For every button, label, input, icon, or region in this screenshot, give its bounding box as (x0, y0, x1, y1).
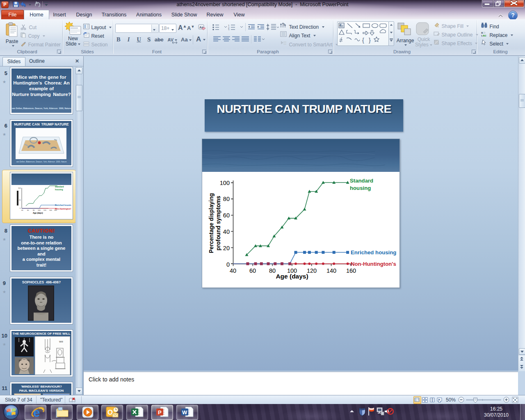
svg-text:140: 140 (49, 209, 52, 211)
svg-text:100: 100 (18, 187, 21, 189)
svg-text:Non-Huntington's: Non-Huntington's (55, 208, 71, 210)
svg-text:0: 0 (20, 207, 21, 209)
svg-text:3: 3 (228, 29, 230, 30)
svg-text:40: 40 (230, 267, 236, 274)
svg-text:60: 60 (249, 267, 256, 274)
svg-text:20: 20 (223, 245, 230, 251)
svg-text:Non-Huntington's: Non-Huntington's (351, 261, 396, 267)
svg-text:100: 100 (38, 209, 41, 211)
svg-text:Standard: Standard (350, 178, 373, 184)
svg-text:Percentage displaying: Percentage displaying (208, 193, 215, 253)
svg-text:W: W (182, 409, 187, 415)
svg-text:profound symptoms: profound symptoms (215, 196, 221, 251)
svg-text:housing: housing (55, 188, 63, 191)
svg-text:80: 80 (223, 196, 230, 202)
svg-text:80: 80 (269, 267, 276, 274)
svg-text:A: A (339, 24, 341, 27)
svg-text:P: P (158, 409, 162, 415)
svg-text:ac: ac (483, 34, 486, 37)
svg-text:140: 140 (326, 267, 336, 274)
svg-text:160: 160 (346, 267, 356, 274)
svg-text:Age (days): Age (days) (276, 273, 308, 280)
svg-text:A: A (283, 23, 285, 26)
svg-text:20: 20 (19, 199, 21, 201)
svg-text:80: 80 (33, 209, 35, 211)
svg-text:100: 100 (220, 180, 230, 186)
svg-text:Enriched housing: Enriched housing (351, 249, 396, 256)
svg-text:40: 40 (223, 228, 230, 235)
svg-text:housing: housing (350, 185, 371, 191)
svg-text:0: 0 (226, 261, 230, 268)
svg-text:Standard: Standard (55, 185, 64, 188)
svg-text:40: 40 (21, 209, 23, 211)
svg-text:{: { (362, 37, 364, 43)
svg-text:Will: Will (59, 340, 63, 343)
svg-text:60: 60 (223, 212, 230, 219)
svg-text:O: O (107, 409, 113, 416)
svg-text:}: } (369, 37, 371, 43)
svg-text:Enriched housing: Enriched housing (55, 204, 71, 206)
svg-text:60: 60 (27, 209, 29, 211)
svg-text:Age (days): Age (days) (33, 212, 43, 214)
svg-text:120: 120 (43, 209, 46, 211)
